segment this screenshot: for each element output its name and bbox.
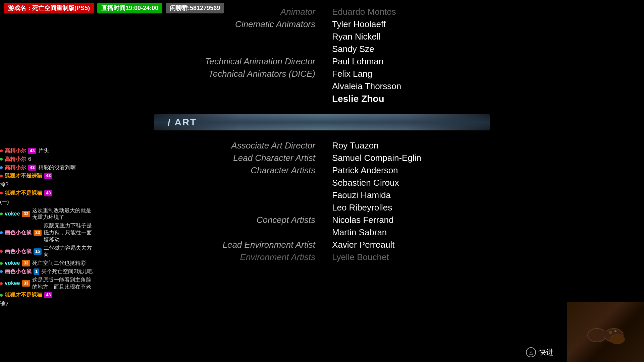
online-dot <box>0 158 3 161</box>
credit-name: Samuel Compain-Eglin <box>329 153 523 163</box>
credit-role <box>134 202 329 213</box>
chat-text: (一) <box>0 199 94 206</box>
chat-badge: 43 <box>44 173 52 179</box>
credit-role <box>134 32 329 42</box>
online-dot <box>0 282 3 285</box>
chat-badge: 33 <box>22 260 30 266</box>
chat-username: 狐狸才不是裸猫 <box>5 172 42 179</box>
credits-content: Animator Eduardo Montes Cinematic Animat… <box>121 7 523 264</box>
credit-name: Roy Tuazon <box>329 140 523 151</box>
chat-badge: 43 <box>44 292 52 298</box>
chat-text: 片头 <box>38 147 94 155</box>
online-dot <box>0 270 3 273</box>
chat-username: 高精小尔 <box>5 156 26 163</box>
credit-role <box>134 178 329 188</box>
svg-point-3 <box>609 331 612 334</box>
chat-message: 高精小尔 43 片头 <box>0 147 94 155</box>
credit-name: Felix Lang <box>329 69 523 79</box>
online-dot <box>0 192 3 194</box>
credit-row-env-artists: Environment Artists Lyelle Bouchet <box>121 252 523 262</box>
credit-row-tech-anim-dir: Technical Animation Director Paul Lohman <box>121 56 523 67</box>
credit-row-lead-char: Lead Character Artist Samuel Compain-Egl… <box>121 153 523 163</box>
credit-role: Character Artists <box>134 165 329 176</box>
controller-icon <box>585 318 626 345</box>
chat-message: 画色小仓鼠 33 原版无重力下鞋子是磁力鞋，只能往一面墙移动 <box>0 222 94 243</box>
chat-text: 谁? <box>0 301 94 308</box>
chat-username: 狐狸才不是裸猫 <box>5 292 42 299</box>
online-dot <box>0 213 3 215</box>
credit-name: Leslie Zhou <box>329 94 523 104</box>
triangle-symbol: △ <box>529 350 533 355</box>
chat-badge: 43 <box>28 148 36 154</box>
chat-message: 画色小仓鼠 1 买个死亡空间2玩儿吧 <box>0 268 94 275</box>
chat-text: 死亡空间二代也挺精彩 <box>32 260 94 267</box>
game-title-badge: 游戏名：死亡空间重制版(PS5) <box>4 3 94 13</box>
chat-username: vokee <box>5 210 20 218</box>
credit-name: Martin Sabran <box>329 227 523 238</box>
credit-row-assoc-art-dir: Associate Art Director Roy Tuazon <box>121 140 523 151</box>
chat-message: 狐狸才不是裸猫 43 (一) <box>0 190 94 206</box>
credits-container: Animator Eduardo Montes Cinematic Animat… <box>0 0 644 362</box>
credit-row-lead-env: Lead Environment Artist Xavier Perreault <box>121 240 523 250</box>
online-dot <box>0 149 3 152</box>
credit-row-ryan: Ryan Nickell <box>121 32 523 42</box>
chat-badge: 43 <box>44 190 52 196</box>
group-badge: 闲聊群:581279569 <box>166 3 224 13</box>
chat-message: 狐狸才不是裸猫 43 摔? <box>0 172 94 188</box>
credit-name: Xavier Perreault <box>329 240 523 250</box>
credit-name: Patrick Anderson <box>329 165 523 176</box>
chat-message: 高精小尔 6 <box>0 156 94 163</box>
chat-username: 高精小尔 <box>5 147 26 155</box>
credit-role <box>134 190 329 200</box>
fast-forward-control[interactable]: △ 快进 <box>526 347 553 357</box>
chat-text: 摔? <box>0 181 94 188</box>
credit-name: Lyelle Bouchet <box>329 252 523 262</box>
credit-row-tech-anim-dice: Technical Animators (DICE) Felix Lang <box>121 69 523 79</box>
triangle-button-icon[interactable]: △ <box>526 347 536 357</box>
chat-badge: 33 <box>22 280 30 287</box>
credit-role: Environment Artists <box>134 252 329 262</box>
chat-message: vokee 33 死亡空间二代也挺精彩 <box>0 260 94 267</box>
chat-badge: 33 <box>22 211 30 217</box>
chat-text: 这是原版一能看到主角脸的地方，而且比现在苍老 <box>32 277 94 291</box>
credit-row-sebastien: Sebastien Giroux <box>121 178 523 188</box>
online-dot <box>0 294 3 297</box>
credit-role: Associate Art Director <box>134 140 329 151</box>
fast-forward-label: 快进 <box>539 347 553 357</box>
credit-row-cinematic: Cinematic Animators Tyler Hoolaeff <box>121 19 523 29</box>
chat-message: vokee 33 这次重制改动最大的就是无重力环境了 <box>0 207 94 221</box>
credit-name: Ryan Nickell <box>329 32 523 42</box>
credit-role: Lead Environment Artist <box>134 240 329 250</box>
chat-message: 画色小仓鼠 15 二代磁力容易失去方向 <box>0 245 94 259</box>
top-bar: 游戏名：死亡空间重制版(PS5) 直播时间19:00-24:00 闲聊群:581… <box>0 0 644 16</box>
credit-row-char-artists: Character Artists Patrick Anderson <box>121 165 523 176</box>
credit-role: Technical Animation Director <box>134 56 329 67</box>
pre-art-credits: Animator Eduardo Montes Cinematic Animat… <box>121 7 523 104</box>
online-dot <box>0 250 3 253</box>
credit-name: Sandy Sze <box>329 44 523 54</box>
credit-name: Paul Lohman <box>329 56 523 67</box>
credit-name: Sebastien Giroux <box>329 178 523 188</box>
svg-point-5 <box>610 335 625 344</box>
credit-row-concept: Concept Artists Nicolas Ferrand <box>121 215 523 225</box>
chat-username: vokee <box>5 280 20 287</box>
chat-message: 狐狸才不是裸猫 43 谁? <box>0 292 94 308</box>
chat-username: 狐狸才不是裸猫 <box>5 190 42 197</box>
bottom-bar: △ 快进 <box>0 342 567 362</box>
chat-badge: 43 <box>28 165 36 171</box>
video-inner <box>567 302 644 362</box>
svg-point-4 <box>614 330 616 332</box>
credit-role <box>134 44 329 54</box>
online-dot <box>0 231 3 234</box>
online-dot <box>0 166 3 169</box>
credit-name: Alvaleia Thorsson <box>329 81 523 92</box>
chat-badge: 15 <box>34 248 42 255</box>
chat-username: 画色小仓鼠 <box>5 248 32 255</box>
credit-row-leo: Leo Ribeyrolles <box>121 202 523 213</box>
stream-time-badge: 直播时间19:00-24:00 <box>97 3 162 13</box>
credit-name: Leo Ribeyrolles <box>329 202 523 213</box>
chat-username: vokee <box>5 260 20 267</box>
chat-badge: 1 <box>34 268 39 275</box>
art-section-divider: / ART <box>154 114 490 130</box>
credit-role <box>134 81 329 92</box>
